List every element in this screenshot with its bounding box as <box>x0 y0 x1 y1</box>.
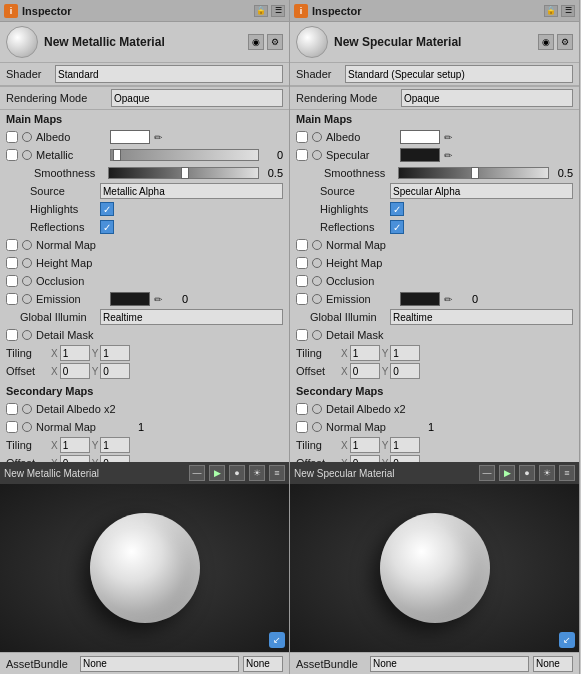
emission-eyedropper-metallic[interactable]: ✏ <box>154 294 162 305</box>
specular-label: Specular <box>326 149 396 161</box>
metallic-slider[interactable] <box>110 149 259 161</box>
tiling-values-specular: X Y <box>341 345 573 361</box>
menu-icon-specular[interactable]: ☰ <box>561 5 575 17</box>
highlights-checkbox-metallic[interactable]: ✓ <box>100 202 114 216</box>
emission-eyedropper-specular[interactable]: ✏ <box>444 294 452 305</box>
settings-icon-specular[interactable]: ⚙ <box>557 34 573 50</box>
height-map-checkbox-specular[interactable] <box>296 257 308 269</box>
asset-select-icon-specular[interactable]: ◉ <box>538 34 554 50</box>
sec-offset-values-metallic: X Y <box>51 455 283 462</box>
emission-checkbox-metallic[interactable] <box>6 293 18 305</box>
sec-offset-x-specular[interactable] <box>350 455 380 462</box>
sec-tiling-y-metallic[interactable] <box>100 437 130 453</box>
assetbundle-select2-specular[interactable]: None <box>533 656 573 672</box>
detail-albedo-label-metallic: Detail Albedo x2 <box>36 403 116 415</box>
material-name-specular: New Specular Material <box>334 35 532 49</box>
height-map-checkbox-metallic[interactable] <box>6 257 18 269</box>
detail-albedo-checkbox-specular[interactable] <box>296 403 308 415</box>
lock-icon[interactable]: 🔒 <box>254 5 268 17</box>
offset-y-specular[interactable] <box>390 363 420 379</box>
emission-checkbox-specular[interactable] <box>296 293 308 305</box>
global-illum-select-metallic[interactable]: Realtime <box>100 309 283 325</box>
metallic-checkbox[interactable] <box>6 149 18 161</box>
albedo-eyedropper-metallic[interactable]: ✏ <box>154 132 162 143</box>
specular-eyedropper[interactable]: ✏ <box>444 150 452 161</box>
albedo-checkbox-specular[interactable] <box>296 131 308 143</box>
occlusion-checkbox-metallic[interactable] <box>6 275 18 287</box>
smoothness-track-metallic[interactable] <box>108 167 259 179</box>
normal-map-checkbox-specular[interactable] <box>296 239 308 251</box>
detail-mask-label-specular: Detail Mask <box>326 329 396 341</box>
lock-icon-specular[interactable]: 🔒 <box>544 5 558 17</box>
preview-play-metallic[interactable]: ▶ <box>209 465 225 481</box>
offset-x-metallic[interactable] <box>60 363 90 379</box>
preview-corner-icon-metallic[interactable]: ↙ <box>269 632 285 648</box>
sec-offset-y-metallic[interactable] <box>100 455 130 462</box>
global-illum-select-specular[interactable]: Realtime <box>390 309 573 325</box>
sec-normal-checkbox-specular[interactable] <box>296 421 308 433</box>
detail-mask-checkbox-specular[interactable] <box>296 329 308 341</box>
menu-icon-metallic[interactable]: ☰ <box>271 5 285 17</box>
metallic-label: Metallic <box>36 149 106 161</box>
main-maps-header-specular: Main Maps <box>290 110 579 128</box>
sec-offset-x-metallic[interactable] <box>60 455 90 462</box>
reflections-checkbox-specular[interactable]: ✓ <box>390 220 404 234</box>
sec-normal-checkbox-metallic[interactable] <box>6 421 18 433</box>
tiling-x-specular[interactable] <box>350 345 380 361</box>
source-select-metallic[interactable]: Metallic Alpha <box>100 183 283 199</box>
preview-sun-metallic[interactable]: ☀ <box>249 465 265 481</box>
material-header-metallic: New Metallic Material ◉ ⚙ <box>0 22 289 63</box>
title-bar-controls: 🔒 ☰ <box>254 5 285 17</box>
albedo-eyedropper-specular[interactable]: ✏ <box>444 132 452 143</box>
occlusion-checkbox-specular[interactable] <box>296 275 308 287</box>
offset-x-specular[interactable] <box>350 363 380 379</box>
offset-y-metallic[interactable] <box>100 363 130 379</box>
preview-sun-specular[interactable]: ☀ <box>539 465 555 481</box>
sec-offset-y-specular[interactable] <box>390 455 420 462</box>
sec-tiling-row-metallic: Tiling X Y <box>0 436 289 454</box>
specular-checkbox[interactable] <box>296 149 308 161</box>
normal-map-checkbox-metallic[interactable] <box>6 239 18 251</box>
specular-swatch[interactable] <box>400 148 440 162</box>
asset-select-icon[interactable]: ◉ <box>248 34 264 50</box>
tiling-x-metallic[interactable] <box>60 345 90 361</box>
sec-tiling-x-metallic[interactable] <box>60 437 90 453</box>
preview-lines-metallic[interactable]: ≡ <box>269 465 285 481</box>
shader-select-specular[interactable]: Standard (Specular setup) <box>345 65 573 83</box>
detail-albedo-checkbox-metallic[interactable] <box>6 403 18 415</box>
preview-dot-metallic[interactable]: ● <box>229 465 245 481</box>
albedo-checkbox-metallic[interactable] <box>6 131 18 143</box>
detail-mask-checkbox-metallic[interactable] <box>6 329 18 341</box>
preview-lines-specular[interactable]: ≡ <box>559 465 575 481</box>
height-map-row-metallic: Height Map <box>0 254 289 272</box>
preview-play-specular[interactable]: ▶ <box>499 465 515 481</box>
global-illum-row-metallic: Global Illumin Realtime <box>0 308 289 326</box>
smoothness-track-specular[interactable] <box>398 167 549 179</box>
rendering-mode-select-metallic[interactable]: Opaque <box>111 89 283 107</box>
sec-tiling-y-specular[interactable] <box>390 437 420 453</box>
preview-corner-icon-specular[interactable]: ↙ <box>559 632 575 648</box>
albedo-swatch-metallic[interactable] <box>110 130 150 144</box>
rendering-mode-select-specular[interactable]: Opaque <box>401 89 573 107</box>
reflections-checkbox-metallic[interactable]: ✓ <box>100 220 114 234</box>
occlusion-label-metallic: Occlusion <box>36 275 106 287</box>
offset-row-metallic: Offset X Y <box>0 362 289 380</box>
shader-select-metallic[interactable]: Standard <box>55 65 283 83</box>
highlights-checkbox-specular[interactable]: ✓ <box>390 202 404 216</box>
detail-mask-circle-icon <box>22 330 32 340</box>
tiling-y-metallic[interactable] <box>100 345 130 361</box>
albedo-swatch-specular[interactable] <box>400 130 440 144</box>
preview-area-metallic: New Metallic Material — ▶ ● ☀ ≡ ↙ <box>0 462 289 652</box>
material-header-icons: ◉ ⚙ <box>248 34 283 50</box>
source-select-specular[interactable]: Specular Alpha <box>390 183 573 199</box>
preview-dot-specular[interactable]: ● <box>519 465 535 481</box>
emission-swatch-metallic[interactable] <box>110 292 150 306</box>
reflections-label-specular: Reflections <box>296 221 386 233</box>
sec-tiling-x-specular[interactable] <box>350 437 380 453</box>
emission-swatch-specular[interactable] <box>400 292 440 306</box>
assetbundle-select2-metallic[interactable]: None <box>243 656 283 672</box>
assetbundle-select-metallic[interactable]: None <box>80 656 239 672</box>
tiling-y-specular[interactable] <box>390 345 420 361</box>
assetbundle-select-specular[interactable]: None <box>370 656 529 672</box>
settings-icon-metallic[interactable]: ⚙ <box>267 34 283 50</box>
